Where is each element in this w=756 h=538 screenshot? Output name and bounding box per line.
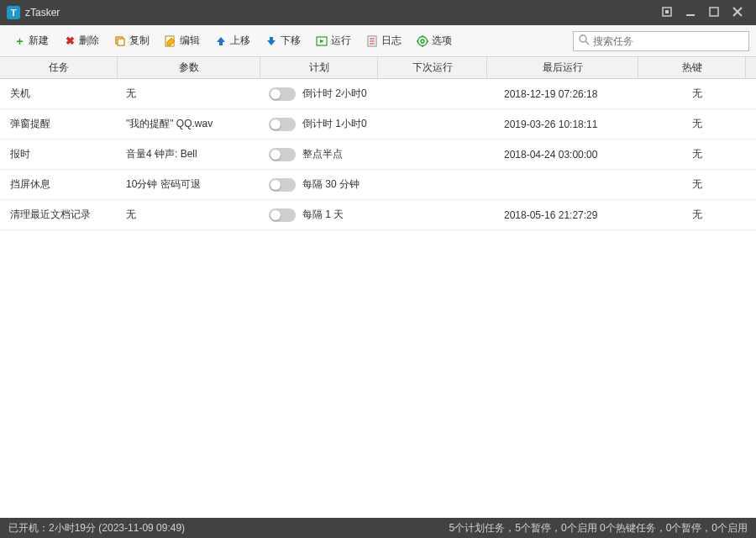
svg-point-14	[418, 36, 428, 45]
table-row[interactable]: 挡屏休息 10分钟 密码可退 每隔 30 分钟 无	[0, 170, 756, 200]
cell-param: 10分钟 密码可退	[118, 177, 260, 192]
options-button[interactable]: 选项	[410, 30, 459, 51]
search-input[interactable]	[593, 35, 743, 47]
cell-plan: 倒计时 2小时0	[260, 87, 378, 101]
task-list: 关机 无 倒计时 2小时0 2018-12-19 07:26:18 无 弹窗提醒…	[0, 79, 756, 518]
cell-task: 关机	[0, 87, 118, 101]
gear-icon	[417, 35, 428, 47]
toggle-switch[interactable]	[269, 178, 296, 192]
col-header-hotkey[interactable]: 热键	[638, 57, 746, 78]
status-summary: 5个计划任务，5个暂停，0个启用 0个热键任务，0个暂停，0个启用	[449, 521, 748, 535]
title-bar: T zTasker	[0, 0, 756, 25]
table-header: 任务 参数 计划 下次运行 最后运行 热键	[0, 57, 756, 79]
table-row[interactable]: 关机 无 倒计时 2小时0 2018-12-19 07:26:18 无	[0, 79, 756, 109]
cell-plan: 整点半点	[260, 147, 378, 161]
plan-text: 每隔 30 分钟	[302, 177, 360, 192]
delete-button[interactable]: ✖ 删除	[57, 30, 106, 51]
cell-task: 清理最近文档记录	[0, 208, 118, 222]
svg-point-15	[421, 40, 424, 43]
toggle-switch[interactable]	[269, 87, 296, 101]
cell-hotkey: 无	[638, 208, 756, 222]
search-icon	[579, 34, 590, 48]
search-box[interactable]	[573, 31, 749, 51]
svg-rect-7	[118, 39, 124, 45]
minimize-button[interactable]	[679, 4, 702, 21]
options-label: 选项	[432, 34, 452, 48]
plan-text: 整点半点	[302, 147, 343, 161]
plan-text: 每隔 1 天	[302, 208, 344, 222]
cell-hotkey: 无	[638, 177, 756, 192]
col-header-param[interactable]: 参数	[118, 57, 260, 78]
plus-icon: ＋	[13, 35, 25, 47]
plan-text: 倒计时 2小时0	[302, 87, 367, 101]
cell-last: 2018-04-24 03:00:00	[487, 149, 638, 161]
popout-icon	[662, 6, 672, 19]
uptime-label: 已开机：	[8, 521, 49, 535]
minimize-icon	[685, 6, 696, 19]
toggle-switch[interactable]	[269, 148, 296, 161]
cell-last: 2018-12-19 07:26:18	[487, 88, 638, 100]
close-button[interactable]	[726, 4, 749, 21]
run-button[interactable]: 运行	[309, 30, 358, 51]
move-up-button[interactable]: 上移	[208, 30, 257, 51]
col-header-last[interactable]: 最后运行	[487, 57, 638, 78]
log-label: 日志	[381, 34, 402, 48]
copy-label: 复制	[129, 34, 150, 48]
cell-task: 挡屏休息	[0, 177, 118, 192]
table-row[interactable]: 报时 音量4 钟声: Bell 整点半点 2018-04-24 03:00:00…	[0, 140, 756, 170]
maximize-button[interactable]	[702, 4, 726, 21]
new-button[interactable]: ＋ 新建	[7, 30, 55, 51]
col-header-task[interactable]: 任务	[0, 57, 118, 78]
cell-plan: 倒计时 1小时0	[260, 117, 378, 131]
copy-icon	[114, 35, 126, 47]
up-label: 上移	[230, 34, 250, 48]
status-bar: 已开机： 2小时19分 (2023-11-09 09:49) 5个计划任务，5个…	[0, 518, 756, 538]
cell-task: 报时	[0, 147, 118, 161]
col-header-next[interactable]: 下次运行	[378, 57, 487, 78]
table-row[interactable]: 清理最近文档记录 无 每隔 1 天 2018-05-16 21:27:29 无	[0, 200, 756, 230]
svg-point-20	[580, 35, 586, 42]
cell-task: 弹窗提醒	[0, 117, 118, 131]
cell-hotkey: 无	[638, 147, 756, 161]
cell-plan: 每隔 1 天	[260, 208, 378, 222]
run-icon	[316, 35, 328, 47]
down-label: 下移	[281, 34, 301, 48]
edit-button[interactable]: 编辑	[158, 30, 207, 51]
delete-label: 删除	[79, 34, 99, 48]
new-label: 新建	[29, 34, 49, 48]
col-header-plan[interactable]: 计划	[260, 57, 378, 78]
plan-text: 倒计时 1小时0	[302, 117, 367, 131]
log-icon	[366, 35, 378, 47]
copy-button[interactable]: 复制	[108, 30, 156, 51]
cell-last: 2019-03-26 10:18:11	[487, 119, 638, 130]
toggle-switch[interactable]	[269, 118, 296, 131]
cell-last: 2018-05-16 21:27:29	[487, 209, 638, 221]
toggle-switch[interactable]	[269, 208, 296, 222]
cell-hotkey: 无	[638, 117, 756, 131]
svg-rect-1	[665, 10, 669, 13]
cell-param: 无	[118, 208, 260, 222]
table-row[interactable]: 弹窗提醒 "我的提醒" QQ.wav 倒计时 1小时0 2019-03-26 1…	[0, 109, 756, 140]
toolbar: ＋ 新建 ✖ 删除 复制 编辑 上移 下移 运行	[0, 25, 756, 57]
cell-param: 无	[118, 87, 260, 101]
move-down-button[interactable]: 下移	[259, 30, 307, 51]
app-title: zTasker	[25, 7, 60, 18]
cell-plan: 每隔 30 分钟	[260, 177, 378, 192]
cell-param: 音量4 钟声: Bell	[118, 147, 260, 161]
log-button[interactable]: 日志	[360, 30, 408, 51]
app-icon: T	[7, 6, 20, 19]
cell-param: "我的提醒" QQ.wav	[118, 117, 260, 131]
run-label: 运行	[331, 34, 351, 48]
uptime-value: 2小时19分 (2023-11-09 09:49)	[49, 521, 185, 535]
x-icon: ✖	[64, 35, 76, 47]
svg-rect-3	[710, 8, 718, 16]
arrow-up-icon	[215, 35, 227, 47]
maximize-icon	[709, 6, 719, 19]
edit-label: 编辑	[180, 34, 200, 48]
edit-icon	[165, 35, 176, 47]
close-icon	[732, 6, 743, 19]
arrow-down-icon	[265, 35, 277, 47]
popout-button[interactable]	[655, 4, 679, 21]
svg-line-21	[585, 41, 589, 45]
scroll-gutter	[746, 57, 756, 78]
